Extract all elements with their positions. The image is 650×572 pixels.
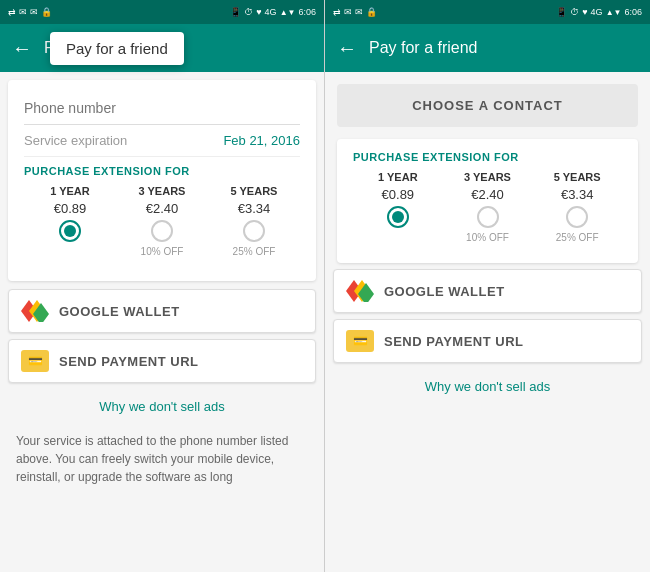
year-label-5: 5 YEARS bbox=[231, 185, 278, 197]
footer-text-left: Your service is attached to the phone nu… bbox=[0, 424, 324, 494]
year-option-right-5[interactable]: 5 YEARS €3.34 25% OFF bbox=[532, 171, 622, 243]
purchase-title-right: PURCHASE EXTENSION FOR bbox=[353, 151, 622, 163]
main-card-left: Service expiration Feb 21, 2016 PURCHASE… bbox=[8, 80, 316, 281]
year-label-right-5: 5 YEARS bbox=[554, 171, 601, 183]
back-button-right[interactable]: ← bbox=[337, 37, 357, 60]
google-wallet-label-left: GOOGLE WALLET bbox=[59, 304, 180, 319]
back-button-left[interactable]: ← bbox=[12, 37, 32, 60]
choose-contact-button[interactable]: CHOOSE A CONTACT bbox=[337, 84, 638, 127]
year-price-1: €0.89 bbox=[54, 201, 87, 216]
year-label-3: 3 YEARS bbox=[139, 185, 186, 197]
year-option-5[interactable]: 5 YEARS €3.34 25% OFF bbox=[208, 185, 300, 257]
radio-right-3[interactable] bbox=[477, 206, 499, 228]
discount-right-1 bbox=[396, 232, 399, 243]
year-options-left: 1 YEAR €0.89 3 YEARS €2.40 10% OFF bbox=[24, 185, 300, 257]
year-option-right-3[interactable]: 3 YEARS €2.40 10% OFF bbox=[443, 171, 533, 243]
why-no-ads-link-right[interactable]: Why we don't sell ads bbox=[325, 369, 650, 404]
left-screen: ⇄✉✉🔒 📱⏱♥4G▲▼6:06 ← Payment in... Pay for… bbox=[0, 0, 325, 572]
google-wallet-icon-right bbox=[346, 280, 374, 302]
send-payment-icon-left: 💳 bbox=[21, 350, 49, 372]
radio-inner-1 bbox=[64, 225, 76, 237]
year-price-right-1: €0.89 bbox=[382, 187, 415, 202]
year-label-1: 1 YEAR bbox=[50, 185, 90, 197]
discount-1 bbox=[69, 246, 72, 257]
status-right-icons-right: 📱⏱♥4G▲▼6:06 bbox=[556, 7, 642, 17]
radio-1[interactable] bbox=[59, 220, 81, 242]
year-options-right: 1 YEAR €0.89 3 YEARS €2.40 10% OFF 5 Y bbox=[353, 171, 622, 243]
discount-3: 10% OFF bbox=[141, 246, 184, 257]
purchase-card-right: PURCHASE EXTENSION FOR 1 YEAR €0.89 3 YE… bbox=[337, 139, 638, 263]
radio-inner-right-1 bbox=[392, 211, 404, 223]
toolbar-title-right: Pay for a friend bbox=[369, 39, 478, 57]
year-price-right-5: €3.34 bbox=[561, 187, 594, 202]
discount-5: 25% OFF bbox=[233, 246, 276, 257]
service-expiry-row: Service expiration Feb 21, 2016 bbox=[24, 125, 300, 157]
year-label-right-3: 3 YEARS bbox=[464, 171, 511, 183]
send-payment-button-left[interactable]: 💳 SEND PAYMENT URL bbox=[8, 339, 316, 383]
service-expiry-label: Service expiration bbox=[24, 133, 127, 148]
google-wallet-label-right: GOOGLE WALLET bbox=[384, 284, 505, 299]
purchase-title-left: PURCHASE EXTENSION FOR bbox=[24, 165, 300, 177]
send-payment-button-right[interactable]: 💳 SEND PAYMENT URL bbox=[333, 319, 642, 363]
discount-right-3: 10% OFF bbox=[466, 232, 509, 243]
radio-3[interactable] bbox=[151, 220, 173, 242]
year-option-3[interactable]: 3 YEARS €2.40 10% OFF bbox=[116, 185, 208, 257]
radio-right-1[interactable] bbox=[387, 206, 409, 228]
status-left-icons: ⇄✉✉🔒 bbox=[8, 7, 52, 17]
send-payment-icon-right: 💳 bbox=[346, 330, 374, 352]
year-price-3: €2.40 bbox=[146, 201, 179, 216]
purchase-section-left: PURCHASE EXTENSION FOR 1 YEAR €0.89 3 YE… bbox=[24, 157, 300, 269]
radio-right-5[interactable] bbox=[566, 206, 588, 228]
status-right-icons: 📱⏱♥4G▲▼6:06 bbox=[230, 7, 316, 17]
year-price-5: €3.34 bbox=[238, 201, 271, 216]
year-price-right-3: €2.40 bbox=[471, 187, 504, 202]
why-no-ads-link-left[interactable]: Why we don't sell ads bbox=[0, 389, 324, 424]
radio-5[interactable] bbox=[243, 220, 265, 242]
status-bar-right: ⇄✉✉🔒 📱⏱♥4G▲▼6:06 bbox=[325, 0, 650, 24]
year-label-right-1: 1 YEAR bbox=[378, 171, 418, 183]
status-left-icons-right: ⇄✉✉🔒 bbox=[333, 7, 377, 17]
google-wallet-icon-left bbox=[21, 300, 49, 322]
left-screen-content: Service expiration Feb 21, 2016 PURCHASE… bbox=[0, 72, 324, 572]
send-payment-label-right: SEND PAYMENT URL bbox=[384, 334, 523, 349]
google-wallet-button-right[interactable]: GOOGLE WALLET bbox=[333, 269, 642, 313]
send-payment-label-left: SEND PAYMENT URL bbox=[59, 354, 198, 369]
toolbar-right: ← Pay for a friend bbox=[325, 24, 650, 72]
right-screen-content: CHOOSE A CONTACT PURCHASE EXTENSION FOR … bbox=[325, 72, 650, 572]
tooltip-bubble: Pay for a friend bbox=[50, 32, 184, 65]
google-wallet-button-left[interactable]: GOOGLE WALLET bbox=[8, 289, 316, 333]
service-expiry-date: Feb 21, 2016 bbox=[223, 133, 300, 148]
year-option-right-1[interactable]: 1 YEAR €0.89 bbox=[353, 171, 443, 243]
status-bar-left: ⇄✉✉🔒 📱⏱♥4G▲▼6:06 bbox=[0, 0, 324, 24]
discount-right-5: 25% OFF bbox=[556, 232, 599, 243]
phone-number-input[interactable] bbox=[24, 92, 300, 125]
year-option-1[interactable]: 1 YEAR €0.89 bbox=[24, 185, 116, 257]
right-screen: ⇄✉✉🔒 📱⏱♥4G▲▼6:06 ← Pay for a friend CHOO… bbox=[325, 0, 650, 572]
toolbar-left: ← Payment in... Pay for a friend bbox=[0, 24, 324, 72]
